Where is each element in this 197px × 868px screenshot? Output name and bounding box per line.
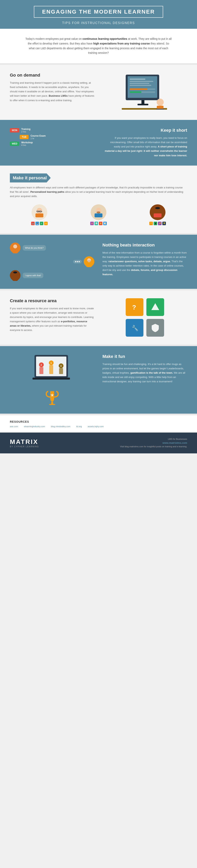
svg-rect-54 [51, 402, 53, 404]
personal-text: All employees learn in different ways an… [10, 185, 187, 198]
laptop-illustration: 2 1 3 [32, 354, 72, 385]
resources-links: axe.com elearningindustry.com blog.mindv… [10, 425, 187, 428]
short-heading: Keep it short [105, 128, 187, 133]
cal-detail-tue: Course Exam 1 hr [31, 134, 46, 140]
trophy-svg [44, 389, 60, 405]
avatar-3-icons: 🏆 📱 🔑 💡 [149, 222, 166, 225]
interaction-content: Nothing beats interaction Most of the ne… [103, 243, 187, 277]
cal-row-mon: MON Training 2 hrs [10, 128, 92, 133]
cal-detail-mon: Training 2 hrs [21, 128, 31, 133]
svg-rect-4 [130, 83, 149, 84]
fun-text: Training should be fun and challenging. … [103, 362, 187, 384]
chat-group-1: What do you think? [10, 243, 94, 253]
question-icon: ? [130, 302, 139, 312]
divider-2 [0, 233, 197, 235]
cal-tag-tue: TUE [20, 135, 29, 139]
fun-heading: Make it fun [103, 354, 187, 359]
avatar-item-1: 📚 💻 ✔ ⭐ [31, 204, 48, 225]
matrix-byline: BY CYPHER LEARNING [10, 445, 39, 448]
svg-point-37 [13, 272, 17, 274]
svg-rect-15 [156, 109, 164, 110]
svg-text:🔧: 🔧 [132, 325, 139, 331]
chat-bubble-3: I agree with that! [23, 273, 43, 278]
cal-detail-wed: Workshop 4 hrs [21, 141, 33, 146]
calendar-area: MON Training 2 hrs TUE Course Exam 1 hr … [0, 120, 98, 154]
avatar-3-svg [152, 206, 164, 218]
section-go-demand: Go on demand Training and learning doesn… [0, 65, 197, 120]
matrix-brand-name: MATRIX [10, 438, 39, 445]
demand-text: Training and learning doesn't happen jus… [10, 81, 95, 102]
svg-point-29 [13, 245, 17, 248]
fun-content: Make it fun Training should be fun and c… [103, 354, 187, 384]
avatar-3 [150, 204, 166, 220]
svg-rect-24 [94, 213, 103, 217]
svg-point-13 [157, 99, 164, 106]
svg-point-23 [96, 211, 101, 213]
resource-link-1[interactable]: axe.com [10, 425, 18, 428]
person-icon-3 [10, 270, 21, 281]
svg-rect-27 [154, 213, 162, 217]
interaction-illustration: What do you think? I agree with that! [10, 243, 94, 281]
matrix-logo: MATRIX BY CYPHER LEARNING [10, 438, 39, 448]
laptop-area: 2 1 3 [32, 354, 72, 386]
header-title-box: ENGAGING THE MODERN LEARNER [34, 6, 163, 18]
section-interaction: What do you think? I agree with that! [0, 235, 197, 289]
monitor-illustration [120, 73, 169, 112]
resource-icon-tool: 🔧 [126, 319, 143, 337]
divider-4 [0, 344, 197, 346]
cal-row-tue: TUE Course Exam 1 hr [20, 134, 92, 140]
fun-illustration: 2 1 3 [10, 354, 94, 406]
personal-heading: Make it personal [10, 174, 51, 183]
svg-rect-51 [49, 365, 53, 374]
resources-title: RESOURCES [10, 420, 187, 423]
subtitle: TIPS FOR INSTRUCTIONAL DESIGNERS [4, 21, 193, 25]
svg-rect-55 [49, 404, 55, 405]
resource-link-3[interactable]: blog.mindvalley.com [51, 425, 70, 428]
svg-point-32 [87, 258, 91, 262]
avatar-2 [91, 204, 106, 220]
resource-link-2[interactable]: elearningindustry.com [24, 425, 45, 428]
resource-icons: ? 🔧 [126, 298, 164, 337]
svg-rect-10 [141, 100, 144, 104]
resource-link-4[interactable]: td.org [76, 425, 82, 428]
resource-illustration: ? 🔧 [103, 298, 187, 337]
svg-rect-21 [35, 213, 43, 217]
svg-rect-52 [59, 368, 63, 374]
svg-rect-53 [32, 378, 70, 379]
section-resource: Create a resource area If you want emplo… [0, 290, 197, 344]
avatar-1-icons: 📚 💻 ✔ ⭐ [31, 222, 48, 225]
short-text: If you want your employees to really lea… [105, 136, 187, 157]
demand-illustration [102, 73, 187, 112]
demand-content: Go on demand Training and learning doesn… [10, 73, 95, 102]
avatar-1-svg [33, 206, 45, 218]
chat-group-2 [73, 256, 94, 267]
shield-icon [150, 323, 160, 333]
footer-tagline: LMS for Businesses [120, 437, 187, 441]
divider-1 [0, 63, 197, 65]
svg-marker-40 [151, 303, 159, 310]
resource-icon-question: ? [126, 298, 143, 316]
footer-url[interactable]: www.matrixlms.com [120, 441, 187, 445]
avatar-1 [31, 204, 47, 220]
resources-section: RESOURCES axe.com elearningindustry.com … [0, 415, 197, 433]
short-content: Keep it short If you want your employees… [98, 120, 197, 165]
resource-heading: Create a resource area [10, 298, 94, 303]
interaction-heading: Nothing beats interaction [103, 243, 187, 248]
section-keep-short: MON Training 2 hrs TUE Course Exam 1 hr … [0, 120, 197, 165]
avatar-2-svg [92, 206, 105, 218]
svg-rect-50 [39, 367, 43, 374]
svg-rect-9 [130, 91, 141, 93]
cal-tag-mon: MON [10, 128, 19, 132]
cal-row-wed: WED Workshop 4 hrs [10, 141, 92, 146]
avatar-2-icons: 🎯 📊 🔔 📝 [90, 222, 107, 225]
resource-content: Create a resource area If you want emplo… [10, 298, 94, 333]
trophy-icon [44, 389, 60, 406]
avatars-row: 📚 💻 ✔ ⭐ 🎯 📊 🔔 📝 [10, 204, 187, 225]
resource-text: If you want employees to like your cours… [10, 306, 94, 333]
resource-link-5[interactable]: assets.kqhy.com [88, 425, 104, 428]
chat-group-3: I agree with that! [10, 270, 94, 281]
svg-rect-5 [130, 85, 151, 86]
avatar-item-2: 🎯 📊 🔔 📝 [90, 204, 107, 225]
resource-icon-drive [146, 298, 164, 316]
svg-point-26 [155, 207, 160, 209]
